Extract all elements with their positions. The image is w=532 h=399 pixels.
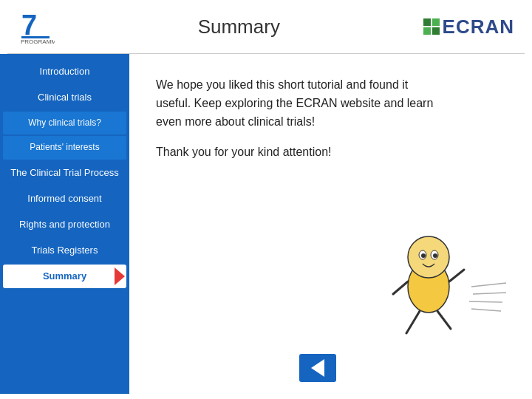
svg-point-4 — [408, 236, 449, 278]
svg-line-15 — [469, 301, 502, 302]
header: 7 PROGRAMME Summary ECRAN — [0, 0, 532, 53]
sidebar-item-introduction[interactable]: Introduction — [3, 60, 126, 84]
running-character-svg — [362, 216, 510, 349]
thank-you-text: Thank you for your kind attention! — [156, 146, 505, 159]
organization-logo: 7 PROGRAMME — [18, 8, 55, 45]
svg-line-12 — [437, 311, 451, 329]
ecran-squares-icon — [423, 18, 440, 35]
content-area: We hope you liked this short tutorial an… — [129, 54, 532, 394]
svg-line-11 — [406, 311, 420, 333]
sidebar-item-rights-protection[interactable]: Rights and protection — [3, 213, 126, 237]
sidebar: Introduction Clinical trials Why clinica… — [0, 54, 129, 394]
summary-label: Summary — [43, 270, 86, 283]
svg-line-16 — [471, 309, 501, 311]
svg-line-9 — [393, 282, 408, 294]
svg-line-13 — [471, 283, 506, 287]
svg-line-10 — [449, 270, 464, 282]
character-illustration — [362, 216, 510, 349]
main-paragraph: We hope you liked this short tutorial an… — [156, 76, 437, 131]
sidebar-item-clinical-trial-process[interactable]: The Clinical Trial Process — [3, 161, 126, 185]
logo-area: 7 PROGRAMME — [18, 8, 55, 45]
sidebar-item-summary[interactable]: Summary — [3, 265, 126, 289]
ecran-brand-text: ECRAN — [443, 16, 514, 38]
svg-text:PROGRAMME: PROGRAMME — [21, 38, 55, 45]
active-indicator-arrow — [115, 267, 125, 285]
sidebar-item-trials-registers[interactable]: Trials Registers — [3, 239, 126, 263]
sidebar-item-why-clinical-trials[interactable]: Why clinical trials? — [3, 112, 126, 135]
main-layout: Introduction Clinical trials Why clinica… — [0, 54, 532, 394]
back-button[interactable] — [299, 354, 336, 382]
svg-point-6 — [421, 253, 426, 258]
sidebar-item-informed-consent[interactable]: Informed consent — [3, 187, 126, 211]
ecran-logo: ECRAN — [423, 16, 514, 38]
back-arrow-icon — [311, 359, 324, 377]
back-button-container — [299, 354, 336, 382]
svg-point-8 — [433, 253, 437, 258]
sidebar-item-patients-interests[interactable]: Patients' interests — [3, 136, 126, 160]
sidebar-item-clinical-trials[interactable]: Clinical trials — [3, 86, 126, 110]
page-title: Summary — [55, 16, 423, 38]
svg-text:7: 7 — [21, 10, 37, 41]
svg-line-14 — [473, 293, 506, 294]
summary-row: Summary — [10, 270, 119, 283]
